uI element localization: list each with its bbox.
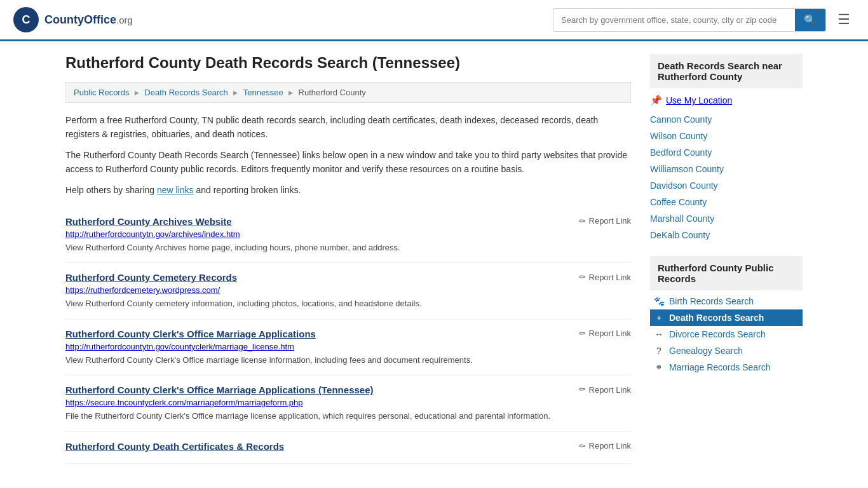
logo-text: CountyOffice.org [44,13,133,27]
search-input[interactable] [553,10,795,30]
nearby-county-7[interactable]: DeKalb County [650,227,803,243]
nearby-county-link-3[interactable]: Williamson County [650,164,724,174]
description-para3: Help others by sharing new links and rep… [65,183,631,197]
nearby-county-0[interactable]: Cannon County [650,111,803,128]
pr-icon-3: ? [654,346,664,356]
nearby-section: Death Records Search near Rutherford Cou… [650,54,803,243]
nearby-county-link-0[interactable]: Cannon County [650,114,712,125]
search-bar: 🔍 [553,8,826,32]
report-icon-4: ⚰ [578,441,586,451]
pr-icon-0: 🐾 [654,296,664,306]
header-right: 🔍 ☰ [553,8,855,32]
description-para2: The Rutherford County Death Records Sear… [65,148,631,177]
breadcrumb-death-records[interactable]: Death Records Search [144,88,228,97]
nearby-county-link-5[interactable]: Coffee County [650,197,707,207]
result-url-link-1[interactable]: https://rutherfordcemetery.wordpress.com… [65,285,220,295]
nearby-county-5[interactable]: Coffee County [650,194,803,210]
report-link-0[interactable]: ⚰ Report Link [578,216,631,226]
report-link-4[interactable]: ⚰ Report Link [578,441,631,451]
pr-link-4[interactable]: ⚭ Marriage Records Search [650,359,803,376]
nearby-county-2[interactable]: Bedford County [650,144,803,161]
breadcrumb-tennessee[interactable]: Tennessee [243,88,283,97]
result-title-0[interactable]: Rutherford County Archives Website [65,216,232,227]
pin-icon: 📌 [650,95,662,106]
description-para3-suffix: and reporting broken links. [194,185,301,195]
nearby-counties-list: Cannon CountyWilson CountyBedford County… [650,111,803,243]
breadcrumb-sep-3: ► [287,88,295,97]
pr-link-3[interactable]: ? Genealogy Search [650,342,803,359]
report-link-2[interactable]: ⚰ Report Link [578,329,631,339]
main-content: Rutherford County Death Records Search (… [65,54,631,464]
public-records-list: 🐾 Birth Records Search + Death Records S… [650,293,803,376]
pr-link-label-1[interactable]: Death Records Search [669,313,764,323]
result-item: Rutherford County Clerk's Office Marriag… [65,376,631,432]
result-url-2[interactable]: http://rutherfordcountytn.gov/countycler… [65,342,631,351]
logo-icon: C [13,6,39,33]
result-url-link-2[interactable]: http://rutherfordcountytn.gov/countycler… [65,342,294,351]
result-title-3[interactable]: Rutherford County Clerk's Office Marriag… [65,384,374,395]
pr-link-0[interactable]: 🐾 Birth Records Search [650,293,803,309]
result-url-0[interactable]: http://rutherfordcountytn.gov/archives/i… [65,229,631,239]
result-title-2[interactable]: Rutherford County Clerk's Office Marriag… [65,329,316,339]
report-icon-3: ⚰ [578,384,586,395]
use-location[interactable]: 📌 Use My Location [650,91,803,111]
breadcrumb-sep-2: ► [232,88,240,97]
breadcrumb-public-records[interactable]: Public Records [74,88,129,97]
result-url-3[interactable]: https://secure.tncountyclerk.com/marriag… [65,398,631,407]
result-desc-0: View Rutherford County Archives home pag… [65,241,631,254]
description-para3-prefix: Help others by sharing [65,185,157,195]
pr-icon-4: ⚭ [654,362,664,372]
public-records-section: Rutherford County Public Records 🐾 Birth… [650,256,803,376]
nearby-county-6[interactable]: Marshall County [650,210,803,227]
result-item: Rutherford County Cemetery Records ⚰ Rep… [65,263,631,320]
nearby-county-link-2[interactable]: Bedford County [650,147,712,158]
result-url-link-3[interactable]: https://secure.tncountyclerk.com/marriag… [65,398,303,407]
pr-link-label-3[interactable]: Genealogy Search [669,346,743,356]
description-para1: Perform a free Rutherford County, TN pub… [65,113,631,142]
menu-button[interactable]: ☰ [832,9,855,30]
report-icon-0: ⚰ [578,216,586,226]
result-item: Rutherford County Death Certificates & R… [65,432,631,464]
result-desc-3: File the Rutherford County Clerk's Offic… [65,410,631,423]
results-list: Rutherford County Archives Website ⚰ Rep… [65,207,631,464]
sidebar: Death Records Search near Rutherford Cou… [650,54,803,464]
pr-link-2[interactable]: ↔ Divorce Records Search [650,326,803,342]
search-button[interactable]: 🔍 [795,9,825,31]
breadcrumb-current: Rutherford County [299,88,366,97]
nearby-header: Death Records Search near Rutherford Cou… [650,54,803,88]
public-records-header: Rutherford County Public Records [650,256,803,290]
pr-link-label-4[interactable]: Marriage Records Search [669,362,771,372]
site-header: C CountyOffice.org 🔍 ☰ [0,0,868,41]
pr-icon-1: + [654,313,664,323]
nearby-county-4[interactable]: Davidson County [650,177,803,194]
breadcrumb: Public Records ► Death Records Search ► … [65,82,631,103]
nearby-county-1[interactable]: Wilson County [650,128,803,144]
pr-link-label-0[interactable]: Birth Records Search [669,296,754,306]
page-title: Rutherford County Death Records Search (… [65,54,631,72]
nearby-county-link-6[interactable]: Marshall County [650,214,714,224]
result-url-link-0[interactable]: http://rutherfordcountytn.gov/archives/i… [65,229,240,239]
logo-area: C CountyOffice.org [13,6,133,33]
page-container: Rutherford County Death Records Search (… [53,41,815,477]
nearby-county-3[interactable]: Williamson County [650,161,803,177]
report-icon-1: ⚰ [578,272,586,282]
result-title-1[interactable]: Rutherford County Cemetery Records [65,272,237,283]
use-location-link[interactable]: Use My Location [666,95,732,105]
report-link-1[interactable]: ⚰ Report Link [578,272,631,282]
result-title-4[interactable]: Rutherford County Death Certificates & R… [65,441,284,452]
result-item: Rutherford County Clerk's Office Marriag… [65,320,631,376]
report-link-3[interactable]: ⚰ Report Link [578,384,631,395]
report-icon-2: ⚰ [578,329,586,339]
nearby-county-link-4[interactable]: Davidson County [650,180,718,191]
pr-icon-2: ↔ [654,329,664,339]
new-links-link[interactable]: new links [157,185,194,195]
svg-text:C: C [22,13,31,26]
breadcrumb-sep-1: ► [133,88,140,97]
nearby-county-link-7[interactable]: DeKalb County [650,230,710,240]
nearby-county-link-1[interactable]: Wilson County [650,131,707,141]
result-item: Rutherford County Archives Website ⚰ Rep… [65,207,631,264]
pr-link-1[interactable]: + Death Records Search [650,309,803,326]
pr-link-label-2[interactable]: Divorce Records Search [669,329,766,339]
result-desc-1: View Rutherford County cemetery informat… [65,297,631,310]
result-url-1[interactable]: https://rutherfordcemetery.wordpress.com… [65,285,631,295]
